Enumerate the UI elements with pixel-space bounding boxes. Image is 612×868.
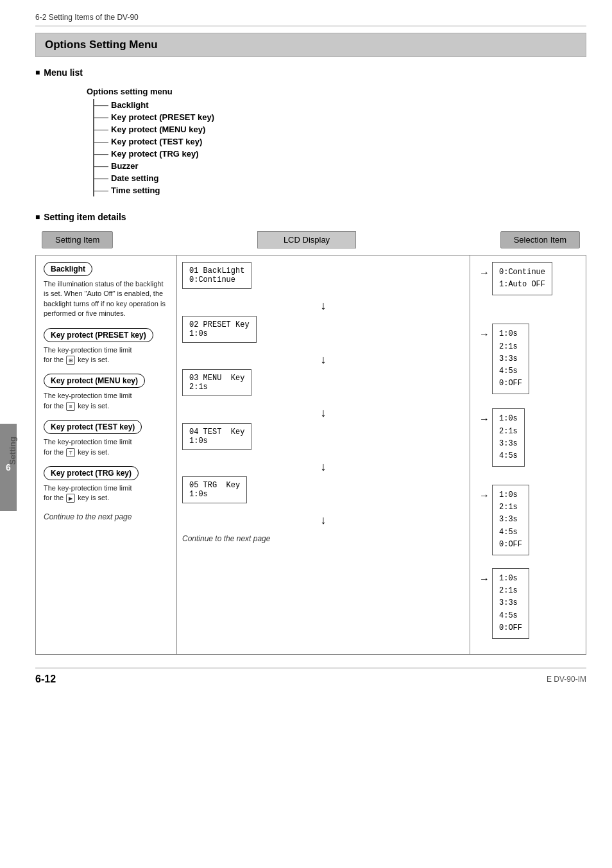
column-headers: Setting Item LCD Display Selection Item: [35, 231, 586, 248]
preset-key-icon: ⊞: [66, 356, 75, 365]
setting-item-trg-desc: The key-protection time limitfor the ▶ k…: [44, 483, 169, 503]
lcd-row-backlight: 01 BackLight 0:Continue: [182, 262, 464, 293]
setting-item-details-heading: Setting item details: [35, 212, 586, 222]
side-label: Setting: [8, 437, 17, 465]
menu-item-buzzer: Buzzer: [94, 160, 586, 172]
menu-tree-items: Backlight Key protect (PRESET key) Key p…: [93, 99, 586, 196]
sel-test-4: 4:5s: [499, 526, 522, 539]
sel-trg-1: 1:0s: [499, 573, 522, 585]
section-title: Options Setting Menu: [35, 33, 586, 57]
arrow-right-backlight: →: [479, 267, 489, 279]
sel-preset-0: 0:OFF: [499, 378, 522, 390]
sel-trg-2: 2:1s: [499, 585, 522, 597]
sel-preset-2: 2:1s: [499, 341, 522, 353]
menu-item-preset: Key protect (PRESET key): [94, 111, 586, 123]
col-header-selection: Selection Item: [500, 231, 580, 248]
sel-menu-2: 2:1s: [499, 426, 518, 438]
sel-test-0: 0:OFF: [499, 539, 522, 551]
sel-menu-1: 1:0s: [499, 413, 518, 425]
sel-test-2: 2:1s: [499, 501, 522, 514]
trg-key-icon: ▶: [66, 494, 75, 503]
arrow-down-1: ↓: [182, 299, 464, 313]
continue-text-left: Continue to the next page: [44, 512, 169, 521]
setting-item-backlight-desc: The illumination status of the backlight…: [44, 279, 169, 319]
spacer-1: [477, 304, 579, 324]
menu-list-heading: Menu list: [35, 67, 586, 78]
lcd-block-menu: 03 MENU Key 2:1s: [182, 369, 251, 396]
continue-text-mid: Continue to the next page: [182, 534, 464, 543]
setting-item-test-desc: The key-protection time limitfor the T k…: [44, 437, 169, 457]
arrow-right-menu: →: [479, 413, 489, 425]
spacer-2: [477, 403, 579, 408]
setting-item-trg: Key protect (TRG key): [44, 466, 139, 480]
selection-trg: → 1:0s 2:1s 3:3s 4:5s 0:OFF: [477, 568, 579, 643]
lcd-block-test: 04 TEST Key 1:0s: [182, 423, 251, 450]
lcd-row-test: 04 TEST Key 1:0s: [182, 423, 464, 454]
menu-item-time: Time setting: [94, 184, 586, 196]
lcd-row-trg: 05 TRG Key 1:0s: [182, 476, 464, 507]
selection-block-backlight: 0:Continue 1:Auto OFF: [492, 262, 552, 295]
footer-page-number: 6-12: [35, 673, 56, 685]
setting-item-preset: Key protect (PRESET key): [44, 328, 153, 342]
lcd-block-trg: 05 TRG Key 1:0s: [182, 476, 247, 503]
col-header-setting: Setting Item: [42, 231, 113, 248]
sel-menu-4: 4:5s: [499, 450, 518, 462]
arrow-down-2: ↓: [182, 353, 464, 367]
menu-key-icon: ≡: [66, 402, 75, 411]
setting-item-menu: Key protect (MENU key): [44, 374, 145, 388]
sel-preset-4: 4:5s: [499, 365, 522, 378]
sel-preset-3: 3:3s: [499, 353, 522, 365]
sel-backlight-1: 1:Auto OFF: [499, 279, 545, 291]
menu-item-backlight: Backlight: [94, 99, 586, 111]
sel-trg-4: 4:5s: [499, 610, 522, 622]
menu-item-menu: Key protect (MENU key): [94, 123, 586, 135]
main-content: Backlight The illumination status of the…: [35, 255, 586, 655]
setting-item-menu-desc: The key-protection time limitfor the ≡ k…: [44, 391, 169, 411]
test-key-icon: T: [66, 448, 75, 457]
lcd-block-preset: 02 PRESET Key 1:0s: [182, 316, 257, 343]
selection-block-menu: 1:0s 2:1s 3:3s 4:5s: [492, 408, 525, 467]
middle-column: 01 BackLight 0:Continue ↓ 02 PRESET Key …: [177, 256, 470, 654]
left-column: Backlight The illumination status of the…: [36, 256, 177, 654]
sel-test-1: 1:0s: [499, 489, 522, 501]
sel-preset-1: 1:0s: [499, 328, 522, 340]
col-header-lcd: LCD Display: [257, 231, 356, 248]
menu-item-test: Key protect (TEST key): [94, 135, 586, 148]
selection-menu: → 1:0s 2:1s 3:3s 4:5s: [477, 408, 579, 471]
selection-backlight: → 0:Continue 1:Auto OFF: [477, 262, 579, 299]
setting-item-preset-desc: The key-protection time limitfor the ⊞ k…: [44, 345, 169, 365]
top-label: 6-2 Setting Items of the DV-90: [35, 13, 586, 26]
setting-item-test: Key protect (TEST key): [44, 420, 142, 434]
lcd-row-menu: 03 MENU Key 2:1s: [182, 369, 464, 400]
arrow-down-4: ↓: [182, 460, 464, 474]
selection-test: → 1:0s 2:1s 3:3s 4:5s 0:OFF: [477, 485, 579, 559]
lcd-row-preset: 02 PRESET Key 1:0s: [182, 316, 464, 347]
arrow-down-5: ↓: [182, 514, 464, 528]
selection-preset: → 1:0s 2:1s 3:3s 4:5s 0:OFF: [477, 324, 579, 398]
selection-block-trg: 1:0s 2:1s 3:3s 4:5s 0:OFF: [492, 568, 529, 639]
menu-item-date: Date setting: [94, 172, 586, 184]
arrow-right-trg: →: [479, 573, 489, 585]
selection-block-preset: 1:0s 2:1s 3:3s 4:5s 0:OFF: [492, 324, 529, 394]
selection-block-test: 1:0s 2:1s 3:3s 4:5s 0:OFF: [492, 485, 529, 555]
sel-trg-3: 3:3s: [499, 597, 522, 609]
arrow-down-3: ↓: [182, 406, 464, 421]
spacer-3: [477, 476, 579, 485]
sel-menu-3: 3:3s: [499, 438, 518, 450]
right-column: → 0:Continue 1:Auto OFF → 1:0s 2:: [470, 256, 586, 654]
sel-test-3: 3:3s: [499, 514, 522, 526]
footer: 6-12 E DV-90-IM: [35, 668, 586, 685]
menu-tree: Options setting menu Backlight Key prote…: [87, 87, 586, 196]
menu-item-trg: Key protect (TRG key): [94, 148, 586, 160]
sel-trg-0: 0:OFF: [499, 622, 522, 634]
sel-backlight-0: 0:Continue: [499, 266, 545, 279]
footer-doc-id: E DV-90-IM: [547, 675, 586, 684]
setting-item-backlight: Backlight: [44, 262, 92, 276]
menu-tree-root: Options setting menu: [87, 87, 586, 96]
arrow-right-test: →: [479, 490, 489, 501]
arrow-right-preset: →: [479, 329, 489, 340]
lcd-block-backlight: 01 BackLight 0:Continue: [182, 262, 251, 289]
